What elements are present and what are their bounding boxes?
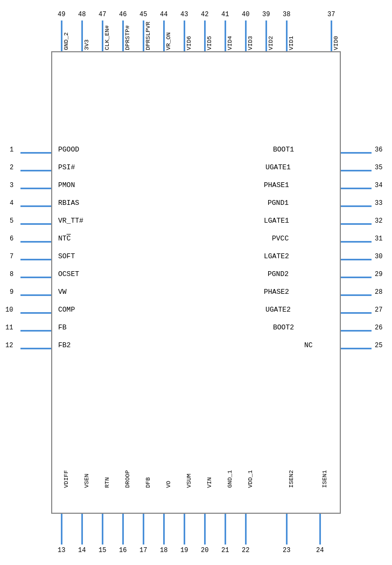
pin-1-label: PGOOD	[58, 146, 79, 154]
pin-33-line	[341, 205, 372, 207]
pin-45-label: DPRSLPVR	[145, 22, 151, 50]
pin-21-line	[225, 514, 226, 545]
pin-46-number: 46	[119, 11, 127, 18]
pin-32-number: 32	[375, 217, 382, 225]
pin-1-line	[20, 152, 51, 154]
pin-23-number: 23	[283, 547, 290, 554]
pin-30-line	[341, 259, 372, 260]
pin-12-number: 12	[5, 342, 13, 349]
pin-32-line	[341, 223, 372, 225]
pin-42-label: VID5	[206, 36, 213, 50]
pin-17-line	[143, 514, 144, 545]
pin-24-number: 24	[316, 547, 324, 554]
pin-11-number: 11	[5, 324, 13, 332]
pin-19-line	[184, 514, 185, 545]
ic-body	[51, 51, 341, 514]
pin-3-line	[20, 188, 51, 189]
pin-10-label: COMP	[58, 306, 75, 314]
pin-48-number: 48	[78, 11, 86, 18]
pin-28-line	[341, 294, 372, 296]
pin-22-label: VDD_1	[247, 470, 254, 488]
pin-37-number: 37	[327, 11, 335, 18]
pin-27-line	[341, 312, 372, 314]
pin-31-line	[341, 241, 372, 243]
pin-35-number: 35	[375, 164, 382, 171]
pin-11-line	[20, 330, 51, 332]
pin-17-number: 17	[139, 547, 147, 554]
pin-15-number: 15	[99, 547, 106, 554]
pin-6-line	[20, 241, 51, 243]
pin-30-label: LGATE2	[264, 252, 289, 260]
pin-14-number: 14	[78, 547, 86, 554]
pin-25-line	[341, 348, 372, 349]
pin-8-number: 8	[10, 271, 13, 278]
pin-13-line	[61, 514, 62, 545]
pin-44-number: 44	[160, 11, 167, 18]
pin-42-number: 42	[201, 11, 208, 18]
pin-27-number: 27	[375, 306, 382, 314]
pin-49-number: 49	[58, 11, 65, 18]
pin-40-label: VID3	[247, 36, 254, 50]
pin-49-label: GND_2	[63, 32, 69, 50]
pin-12-line	[20, 348, 51, 349]
pin-19-number: 19	[180, 547, 188, 554]
pin-39-label: VID2	[268, 36, 274, 50]
pin-5-number: 5	[10, 217, 13, 225]
pin-22-line	[245, 514, 247, 545]
pin-6-label: NTC	[58, 235, 71, 243]
pin-21-number: 21	[221, 547, 229, 554]
pin-12-label: FB2	[58, 341, 71, 349]
pin-19-label: VSUM	[186, 474, 192, 488]
pin-16-label: DROOP	[124, 470, 131, 488]
pin-11-label: FB	[58, 323, 67, 332]
pin-38-line	[286, 20, 288, 51]
pin-28-label: PHASE2	[264, 288, 289, 296]
pin-35-line	[341, 170, 372, 171]
pin-2-number: 2	[10, 164, 13, 171]
pin-44-label: VR_ON	[165, 32, 172, 50]
pin-46-label: DPRSTP#	[124, 25, 131, 50]
pin-29-label: PGND2	[268, 270, 289, 278]
pin-10-number: 10	[5, 306, 13, 314]
pin-21-label: GND_1	[227, 470, 233, 488]
pin-4-line	[20, 205, 51, 207]
pin-41-number: 41	[221, 11, 229, 18]
diagram-container: 1 PGOOD 2 PSI# 3 PMON 4 RBIAS 5 VR_TT# 6…	[0, 0, 392, 565]
pin-29-number: 29	[375, 271, 382, 278]
pin-13-number: 13	[58, 547, 65, 554]
pin-17-label: DFB	[145, 477, 151, 488]
pin-38-label: VID1	[288, 36, 295, 50]
pin-33-number: 33	[375, 199, 382, 207]
pin-25-number: 25	[375, 342, 382, 349]
pin-42-line	[204, 20, 206, 51]
pin-7-number: 7	[10, 253, 13, 260]
pin-18-number: 18	[160, 547, 167, 554]
pin-20-line	[204, 514, 206, 545]
pin-45-line	[143, 20, 144, 51]
pin-34-number: 34	[375, 182, 382, 189]
pin-9-label: VW	[58, 288, 67, 296]
pin-6-number: 6	[10, 235, 13, 243]
pin-16-line	[122, 514, 124, 545]
pin-10-line	[20, 312, 51, 314]
pin-34-label: PHASE1	[264, 181, 289, 189]
pin-20-label: VIN	[206, 477, 213, 488]
pin-34-line	[341, 188, 372, 189]
pin-26-number: 26	[375, 324, 382, 332]
pin-8-line	[20, 277, 51, 278]
pin-37-line	[331, 20, 332, 51]
pin-4-label: RBIAS	[58, 199, 79, 207]
pin-3-label: PMON	[58, 181, 75, 189]
pin-1-number: 1	[10, 146, 13, 154]
pin-35-label: UGATE1	[265, 163, 291, 171]
pin-8-label: OCSET	[58, 270, 79, 278]
pin-36-line	[341, 152, 372, 154]
pin-15-label: RTN	[104, 477, 110, 488]
pin-40-number: 40	[242, 11, 249, 18]
pin-14-line	[81, 514, 83, 545]
pin-38-number: 38	[283, 11, 290, 18]
pin-29-line	[341, 277, 372, 278]
pin-26-label: BOOT2	[273, 323, 294, 332]
pin-22-number: 22	[242, 547, 249, 554]
pin-43-number: 43	[180, 11, 188, 18]
